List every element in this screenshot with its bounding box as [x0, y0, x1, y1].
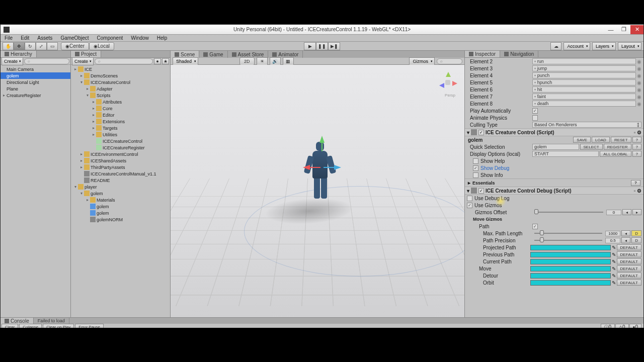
select-button[interactable]: SELECT	[580, 144, 603, 150]
project-filter[interactable]: ●	[154, 58, 161, 64]
hierarchy-item[interactable]: Directional Light	[1, 79, 70, 85]
project-item[interactable]: ▾Scripts	[71, 92, 170, 99]
default-button[interactable]: DEFAULT	[617, 258, 641, 264]
close-button[interactable]: ✕	[630, 25, 643, 34]
project-item[interactable]: ▸ICEEnvironmentControl	[71, 151, 170, 157]
scale-tool[interactable]: ⤢	[36, 42, 47, 50]
project-search[interactable]: ⌕	[95, 58, 153, 64]
navigation-tab[interactable]: Navigation	[500, 51, 538, 57]
use-gizmos-checkbox[interactable]: ✓	[467, 203, 472, 208]
color-swatch[interactable]	[530, 259, 611, 264]
maximize-button[interactable]: ❐	[617, 25, 630, 34]
element-field[interactable]: ▫ faint	[532, 94, 636, 100]
rect-tool[interactable]: ▭	[47, 42, 58, 50]
project-item[interactable]: ▸Attributes	[71, 99, 170, 105]
hierarchy-item[interactable]: Main Camera	[1, 66, 70, 72]
scene-view[interactable]: Persp	[171, 65, 464, 317]
essentials-header[interactable]: ▸Essentials?	[465, 178, 643, 187]
gizmos-offset-slider[interactable]	[534, 212, 603, 213]
color-swatch[interactable]	[530, 273, 611, 279]
load-button[interactable]: LOAD	[592, 137, 610, 143]
cloud-button[interactable]: ☁	[550, 42, 561, 50]
hand-tool[interactable]: ✋	[3, 42, 14, 50]
color-swatch[interactable]	[530, 280, 611, 286]
menu-component[interactable]: Component	[95, 35, 125, 41]
2d-toggle[interactable]: 2D	[239, 57, 255, 65]
element-field[interactable]: ▫ hit	[532, 86, 636, 93]
gizmo-y-axis[interactable]	[319, 136, 325, 143]
hierarchy-item[interactable]: Plane	[1, 85, 70, 92]
light-toggle[interactable]: ☀	[257, 57, 268, 65]
help-button[interactable]: ?	[632, 137, 641, 143]
save-button[interactable]: SAVE	[573, 137, 591, 143]
menu-gameobject[interactable]: GameObject	[58, 35, 91, 41]
element-field[interactable]: ▫ hpunch	[532, 79, 636, 85]
hierarchy-item[interactable]: ▸CreatureRegister	[1, 92, 70, 99]
default-button[interactable]: DEFAULT	[617, 244, 641, 250]
gizmos-dropdown[interactable]: Gizmos	[409, 57, 435, 65]
project-item[interactable]: ▸Extensions	[71, 118, 170, 125]
move-tool[interactable]: ✥	[14, 42, 25, 50]
menu-window[interactable]: Window	[129, 35, 151, 41]
eyedropper-icon[interactable]: ✎	[612, 259, 616, 264]
default-button[interactable]: DEFAULT	[617, 273, 641, 279]
display-opts-field[interactable]: START	[532, 151, 599, 157]
project-item[interactable]: ▸Core	[71, 105, 170, 112]
menu-edit[interactable]: Edit	[19, 35, 31, 41]
all-global-button[interactable]: ALL GLOBAL	[600, 151, 631, 157]
element-field[interactable]: ▫ death	[532, 101, 636, 107]
project-item[interactable]: ▸ThirdPartyAssets	[71, 164, 170, 170]
project-item[interactable]: ICECreatureControl	[71, 138, 170, 144]
precision-slider[interactable]	[534, 240, 602, 241]
show-debug-checkbox[interactable]: ✓	[473, 165, 478, 171]
inspector-tab[interactable]: Inspector	[465, 51, 500, 57]
layout-dropdown[interactable]: Layout	[618, 42, 641, 50]
scene-gizmo[interactable]	[437, 72, 457, 92]
ice-debug-header[interactable]: ▾✓ICE Creature Control Debug (Script)▫ ⚙	[465, 187, 643, 195]
project-item[interactable]: ▸Targets	[71, 125, 170, 131]
account-dropdown[interactable]: Account	[564, 42, 590, 50]
hierarchy-create[interactable]: Create	[2, 57, 23, 65]
project-item[interactable]: ▸Utilities	[71, 131, 170, 138]
path-checkbox[interactable]: ✓	[532, 224, 538, 229]
element-field[interactable]: ▫ punch	[532, 72, 636, 78]
project-create[interactable]: Create	[72, 57, 94, 65]
project-item[interactable]: ▸Adapter	[71, 85, 170, 92]
project-item[interactable]: ▸Materials	[71, 197, 170, 203]
color-swatch[interactable]	[530, 252, 611, 257]
default-button[interactable]: DEFAULT	[617, 251, 641, 257]
gizmo-x-axis[interactable]	[334, 165, 341, 170]
hierarchy-item[interactable]: golem	[1, 72, 70, 79]
gizmo-z-axis[interactable]	[303, 165, 310, 170]
d-button[interactable]: D	[631, 230, 641, 236]
register-button[interactable]: REGISTER	[604, 144, 631, 150]
project-item[interactable]: ▸Editor	[71, 112, 170, 118]
scene-search[interactable]: ⌕	[437, 58, 462, 64]
pause-button[interactable]: ❚❚	[316, 42, 328, 50]
play-auto-checkbox[interactable]: ✓	[532, 108, 538, 114]
use-debug-log-checkbox[interactable]	[467, 196, 472, 201]
anim-physics-checkbox[interactable]	[532, 115, 538, 121]
show-help-checkbox[interactable]	[473, 158, 478, 164]
project-item[interactable]: ▾golem	[71, 190, 170, 197]
element-field[interactable]: ▫ run	[532, 58, 636, 64]
element-field[interactable]: ▫ jump	[532, 65, 636, 71]
project-item[interactable]: ICECreatureControlManual_v1.1	[71, 170, 170, 177]
menu-file[interactable]: File	[3, 35, 15, 41]
project-item[interactable]: ▾player	[71, 184, 170, 190]
project-item[interactable]: golem	[71, 203, 170, 210]
project-item[interactable]: ▸DemoScenes	[71, 72, 170, 79]
console-tab[interactable]: Console	[1, 318, 34, 324]
show-info-checkbox[interactable]	[473, 172, 478, 178]
failed-tab[interactable]: Failed to load	[34, 318, 69, 324]
project-tree[interactable]: ▸ICE▸DemoScenes▾ICECreatureControl▸Adapt…	[71, 65, 170, 317]
hierarchy-tab[interactable]: Hierarchy	[1, 51, 37, 57]
minimize-button[interactable]: —	[604, 25, 617, 34]
default-button[interactable]: DEFAULT	[617, 280, 641, 286]
menu-help[interactable]: Help	[155, 35, 170, 41]
eyedropper-icon[interactable]: ✎	[612, 280, 616, 286]
project-item[interactable]: README	[71, 177, 170, 184]
project-item[interactable]: ▾ICECreatureControl	[71, 79, 170, 85]
audio-toggle[interactable]: 🔊	[270, 57, 281, 65]
game-tab[interactable]: Game	[199, 51, 227, 58]
